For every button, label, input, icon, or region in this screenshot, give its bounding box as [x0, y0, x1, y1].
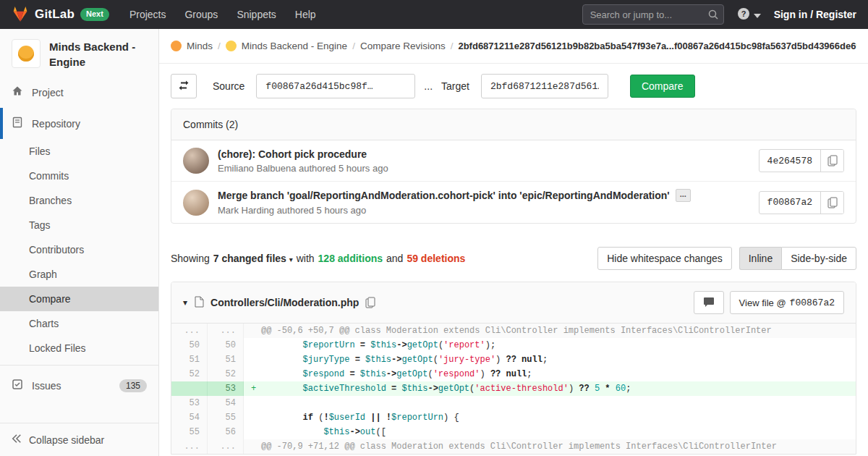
next-badge: Next [80, 8, 109, 20]
old-line-number[interactable] [171, 381, 208, 396]
target-ref-input[interactable] [481, 74, 608, 98]
copy-sha-button[interactable] [820, 150, 843, 172]
diff-view-toggle: Inline Side-by-side [739, 247, 856, 270]
target-label: Target [441, 80, 469, 92]
compare-button[interactable]: Compare [630, 75, 695, 98]
inline-view-button[interactable]: Inline [739, 247, 781, 270]
diff-file-card: ▾ Controllers/Cli/Moderation.php [171, 282, 856, 455]
sidebar-item-project[interactable]: Project [0, 77, 158, 108]
sidebar-item-commits[interactable]: Commits [0, 164, 158, 188]
side-by-side-view-button[interactable]: Side-by-side [781, 247, 856, 270]
help-dropdown[interactable]: ? [737, 7, 761, 22]
diff-stats-bar: Showing 7 changed files ▾ with 128 addit… [171, 247, 856, 270]
commit-title-link[interactable]: Merge branch 'goal/ReportingAndModeratio… [218, 190, 670, 201]
diff-line-context: 5354 [171, 396, 856, 410]
commit-author-avatar[interactable] [183, 190, 209, 216]
gitlab-tanuki-icon [12, 5, 29, 25]
commit-title-link[interactable]: (chore): Cohort pick procedure [218, 148, 367, 160]
commit-sha[interactable]: 4e264578 [760, 150, 820, 172]
sidebar-item-issues[interactable]: Issues 135 [0, 370, 158, 401]
copy-file-path-button[interactable] [365, 297, 375, 308]
code-line: $juryType = $this->getOpt('jury-type') ?… [244, 352, 856, 367]
diff-filename[interactable]: Controllers/Cli/Moderation.php [210, 297, 359, 308]
nav-link-projects[interactable]: Projects [129, 9, 166, 20]
toggle-comments-button[interactable] [694, 291, 724, 314]
file-icon [194, 296, 204, 310]
collapse-sidebar-button[interactable]: Collapse sidebar [0, 423, 158, 456]
diff-line-context: 5556 $this->out([ [171, 425, 856, 439]
new-line-number[interactable]: 50 [208, 338, 244, 352]
sidebar-item-locked-files[interactable]: Locked Files [0, 336, 158, 360]
old-line-number[interactable]: 51 [171, 352, 208, 367]
new-line-number[interactable]: 54 [208, 396, 244, 410]
source-ref-input[interactable] [256, 74, 415, 98]
sidebar-item-compare[interactable]: Compare [0, 287, 158, 311]
changed-files-dropdown[interactable]: 7 changed files ▾ [213, 253, 293, 264]
sidebar-item-files[interactable]: Files [0, 139, 158, 164]
new-line-number[interactable]: 52 [208, 367, 244, 381]
sidebar-item-branches[interactable]: Branches [0, 188, 158, 213]
copy-sha-button[interactable] [820, 192, 843, 214]
view-file-sha: f00867a2 [790, 297, 835, 308]
question-circle-icon: ? [737, 7, 750, 22]
new-line-number[interactable]: ... [208, 324, 244, 338]
nav-link-groups[interactable]: Groups [184, 9, 218, 20]
left-sidebar: Minds Backend - Engine Project Repositor… [0, 29, 159, 456]
old-line-number[interactable]: 53 [171, 396, 208, 410]
new-line-number[interactable]: 53 [208, 381, 244, 396]
old-line-number[interactable]: ... [171, 439, 208, 454]
project-name: Minds Backend - Engine [49, 39, 147, 69]
caret-down-icon: ▾ [287, 256, 293, 263]
code-line: $reportUrn = $this->getOpt('report'); [244, 338, 856, 352]
expand-commit-description-button[interactable]: ... [676, 189, 691, 202]
old-line-number[interactable]: 50 [171, 338, 208, 352]
view-file-button[interactable]: View file @ f00867a2 [730, 291, 844, 314]
diff-file-header: ▾ Controllers/Cli/Moderation.php [171, 282, 856, 324]
home-icon [12, 85, 23, 99]
diff-marker: + [251, 381, 261, 396]
breadcrumb-link-minds[interactable]: Minds [187, 41, 213, 51]
old-line-number[interactable]: ... [171, 324, 208, 338]
sidebar-divider [0, 365, 158, 366]
new-line-number[interactable]: 55 [208, 410, 244, 425]
breadcrumb-link-compare-revisions[interactable]: Compare Revisions [360, 41, 446, 51]
breadcrumb-current-shas: 2bfd6871211e287d56121b9b82ba5ba547f93e7a… [458, 41, 856, 51]
sidebar-item-tags[interactable]: Tags [0, 213, 158, 237]
svg-text:?: ? [741, 9, 746, 18]
commits-panel: Commits (2) (chore): Cohort pick procedu… [171, 109, 856, 224]
code-line: $respond = $this->getOpt('respond') ?? n… [244, 367, 856, 381]
new-line-number[interactable]: 56 [208, 425, 244, 439]
new-line-number[interactable]: 51 [208, 352, 244, 367]
old-line-number[interactable]: 54 [171, 410, 208, 425]
issues-icon [12, 379, 23, 392]
breadcrumb-link-project[interactable]: Minds Backend - Engine [242, 41, 347, 51]
collapse-file-chevron-icon[interactable]: ▾ [183, 297, 187, 308]
diff-table: ......@@ -50,6 +50,7 @@ class Moderation… [171, 324, 856, 454]
sign-in-register-link[interactable]: Sign in / Register [774, 9, 856, 20]
nav-link-snippets[interactable]: Snippets [237, 9, 276, 20]
hide-whitespace-button[interactable]: Hide whitespace changes [597, 247, 732, 270]
nav-link-help[interactable]: Help [295, 9, 316, 20]
sidebar-item-graph[interactable]: Graph [0, 262, 158, 287]
search-input[interactable] [582, 4, 724, 25]
gitlab-logo[interactable]: GitLab Next [12, 5, 109, 25]
breadcrumb-separator: / [218, 41, 221, 51]
sidebar-item-repository[interactable]: Repository [0, 108, 158, 139]
chevron-down-icon [754, 9, 761, 20]
swap-revisions-button[interactable] [171, 74, 197, 98]
project-context-header[interactable]: Minds Backend - Engine [0, 29, 158, 77]
sidebar-item-charts[interactable]: Charts [0, 311, 158, 336]
commits-panel-title: Commits (2) [171, 109, 856, 140]
new-line-number[interactable]: ... [208, 439, 244, 454]
repository-icon [12, 117, 23, 130]
commit-author-avatar[interactable] [183, 148, 209, 174]
sidebar-item-contributors[interactable]: Contributors [0, 237, 158, 262]
commit-sha[interactable]: f00867a2 [760, 192, 820, 214]
old-line-number[interactable]: 52 [171, 367, 208, 381]
sidebar-item-label: Issues [32, 380, 61, 392]
comment-bubble-icon [703, 296, 715, 310]
primary-nav: Projects Groups Snippets Help [129, 9, 316, 20]
code-line [244, 396, 856, 410]
compare-form: Source ... Target Compare [171, 74, 856, 98]
old-line-number[interactable]: 55 [171, 425, 208, 439]
